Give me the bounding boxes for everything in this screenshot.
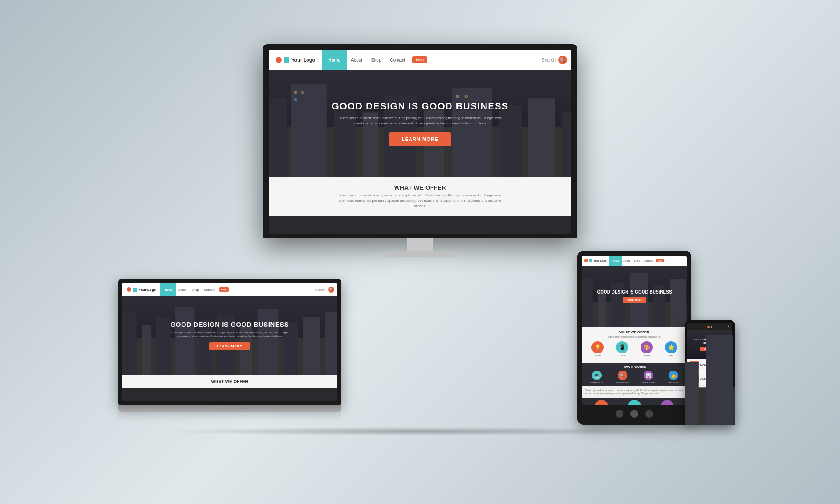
svg-rect-20 [301,91,304,94]
tablet-nav-home[interactable]: Home [609,256,622,266]
nav-shop-link[interactable]: Shop [367,58,385,63]
nav-home-link[interactable]: Home [322,50,346,70]
search-label[interactable]: Search [542,58,556,63]
tablet-testimonial: "Lorem ipsum dolor sit amet, consectetur… [582,386,687,398]
svg-rect-40 [582,278,593,327]
phone-hero: GOOD DESIGN IS GOOD BUSINESS LEARN MORE [687,330,732,359]
tablet-device: Your Logo Home About Shop Contact Blog [578,251,691,425]
tablet-how-label-1: LOREM IPSUM [591,382,603,384]
logo-text: Your Logo [291,57,315,63]
laptop-nav-about[interactable]: About [176,288,189,291]
tablet-offer-icon-1: 💡 [592,341,604,354]
monitor-stand-base [385,251,455,257]
tablet-offer-label-4: STAR [669,354,673,357]
logo-circle-icon [276,57,282,63]
phone-device: ☰ ↗ [685,320,735,425]
desktop-what-we-offer: WHAT WE OFFER Lorem ipsum dolor sit amet… [269,177,571,216]
tablet-frame: Your Logo Home About Shop Contact Blog [578,251,691,425]
tablet-hero: GOOD DESIGN IS GOOD BUSINESS LEARN MORE [582,266,687,327]
laptop-dot1 [241,407,243,409]
tablet-bottom-row: 📞 ✉️ 📍 [582,398,687,405]
what-we-offer-title: WHAT WE OFFER [276,184,564,191]
laptop-logo-square-icon [133,288,137,292]
tablet-logo-circle-icon [584,259,588,262]
laptop-what-we-offer: WHAT WE OFFER [122,375,337,388]
tablet-offer-item-1: 💡 LOREM [592,341,604,357]
tablet-how-label-3: LOREM IPSUM [642,382,654,384]
tablet-nav-about[interactable]: About [622,259,632,262]
tablet-offer-item-4: ⭐ STAR [665,341,677,357]
laptop-learn-more-button[interactable]: LEARN MORE [209,342,250,350]
tablet-offer-item-3: 🎨 LOREM [640,341,653,357]
svg-rect-4 [269,98,287,177]
nav-contact-link[interactable]: Contact [385,58,409,63]
tablet-learn-more-button[interactable]: LEARN MORE [623,297,646,303]
svg-rect-36 [303,317,320,375]
laptop-search-icon[interactable]: 🔍 [328,287,334,293]
laptop-hero-subtitle: Lorem ipsum dolor sit amet, consectetur … [168,331,291,338]
laptop-reflection [118,412,341,420]
laptop-search-label[interactable]: Search [314,288,327,291]
tablet-back-button[interactable] [616,410,623,418]
laptop-nav-contact[interactable]: Contact [202,288,217,291]
search-icon[interactable]: 🔍 [558,56,567,64]
tablet-offer-icon-4: ⭐ [665,341,677,354]
tablet-recent-button[interactable] [645,410,653,418]
laptop-bottom-bar [118,405,341,412]
tablet-home-bar [582,408,687,420]
laptop-nav: Your Logo Home About Shop Contact Blog S… [122,283,337,296]
laptop-hero-title: GOOD DESIGN IS GOOD BUSINESS [171,321,289,328]
tablet-how-icon-3: 📊 [644,371,653,380]
laptop-search-area: Search 🔍 [311,283,337,296]
tablet-how-it-works: HOW IT WORKS 💻 LOREM IPSUM 🔍 LOREM IPSUM… [582,363,687,386]
tablet-offer-item-2: 📱 LOREM [616,341,628,357]
svg-rect-12 [528,98,555,177]
svg-rect-19 [294,91,297,94]
tablet-home-button[interactable] [630,410,638,418]
monitor-frame: Your Logo Home About Shop Contact Blog S… [262,44,578,238]
tablet-nav-blog[interactable]: Blog [656,259,664,262]
laptop-logo-area: Your Logo [122,283,160,296]
learn-more-button[interactable]: LEARN MORE [389,132,451,146]
monitor-stand-neck [407,238,433,251]
nav-blog-button[interactable]: Blog [412,56,427,63]
tablet-nav-links: Home About Shop Contact Blog [609,256,687,266]
tablet-how-icon-2: 🔍 [618,371,627,380]
svg-rect-28 [142,325,152,375]
svg-rect-50 [687,362,699,411]
tablet-how-icon-4: 👍 [668,371,678,380]
desktop-logo-area: Your Logo [269,50,322,70]
tablet-bottom-icon-1: 📞 [595,400,608,405]
laptop-screen-frame: Your Logo Home About Shop Contact Blog S… [118,279,341,405]
nav-about-link[interactable]: About [346,58,367,63]
laptop-nav-blog[interactable]: Blog [219,287,229,292]
tablet-how-item-1: 💻 LOREM IPSUM [591,371,603,384]
phone-screen: ☰ ↗ [687,323,732,411]
laptop-logo-text: Your Logo [139,288,156,292]
tablet-nav-contact[interactable]: Contact [642,259,654,262]
tablet-how-title: HOW IT WORKS [584,365,684,368]
laptop-trackpad [212,407,238,409]
laptop-nav-home[interactable]: Home [160,283,175,296]
svg-rect-22 [456,94,459,98]
desktop-nav-links: Home About Shop Contact Blog [322,50,537,70]
what-we-offer-subtitle: Lorem ipsum dolor sit amet, consectetur … [332,193,508,209]
laptop-what-we-offer-title: WHAT WE OFFER [127,379,332,384]
svg-rect-37 [325,312,337,375]
tablet-screen: Your Logo Home About Shop Contact Blog [582,256,687,405]
tablet-how-label-4: STAR MORE [668,382,678,384]
tablet-testimonial-text: "Lorem ipsum dolor sit amet, consectetur… [585,389,683,395]
svg-rect-5 [291,84,327,177]
tablet-nav-shop[interactable]: Shop [632,259,642,262]
tablet-logo-area: Your Logo [582,256,609,266]
desktop-search-area: Search 🔍 [537,50,571,70]
svg-rect-27 [122,312,137,375]
tablet-how-icon-1: 💻 [592,371,602,380]
svg-rect-51 [706,335,732,411]
monitor-screen: Your Logo Home About Shop Contact Blog S… [269,50,571,234]
tablet-offer-icon-3: 🎨 [640,341,653,354]
tablet-what-sub: Lorem ipsum dolor sit amet, consectetur … [585,336,683,339]
laptop-dot2 [245,407,247,409]
laptop-nav-shop[interactable]: Shop [189,288,201,291]
tablet-how-label-2: LOREM IPSUM [616,382,629,384]
